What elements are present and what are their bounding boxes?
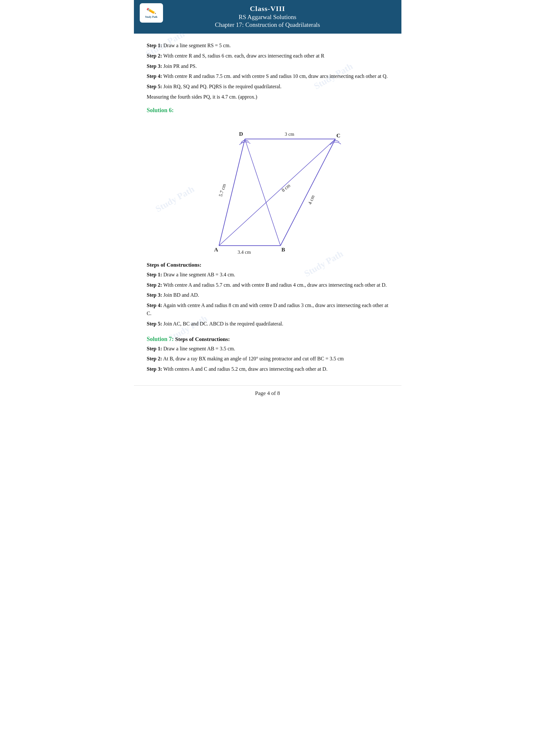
sol6-step2-label: Step 2:: [147, 282, 162, 288]
sol6-step1-text: Draw a line segment AB = 3.4 cm.: [163, 272, 235, 277]
solution6-heading: Solution 6:: [147, 107, 388, 114]
sol6-step4-label: Step 4:: [147, 303, 162, 308]
step-text-b3: Join PR and PS.: [163, 63, 197, 69]
sol7-step2-label: Step 2:: [147, 356, 162, 361]
solution6-diagram: A B C D 3.4 cm 3 cm 5.7 cm 8 cm 4 cm: [147, 120, 388, 258]
label-AD: 5.7 cm: [218, 183, 227, 197]
sol6-step3-label: Step 3:: [147, 292, 162, 298]
step-text-b1: Draw a line segment RS = 5 cm.: [163, 43, 231, 48]
step-text-b4: With centre R and radius 7.5 cm. and wit…: [163, 73, 388, 79]
sol6-steps-heading: Steps of Constructions:: [147, 262, 388, 268]
sol7-step3: Step 3: With centres A and C and radius …: [147, 365, 388, 373]
sol6-step1: Step 1: Draw a line segment AB = 3.4 cm.: [147, 271, 388, 279]
step-text-b5: Join RQ, SQ and PQ. PQRS is the required…: [163, 84, 281, 89]
page: ✏️ Study Path Class-VIII RS Aggarwal Sol…: [134, 0, 401, 400]
sol7-block: Solution 7: Steps of Constructions:: [147, 336, 388, 343]
svg-line-3: [280, 139, 335, 246]
svg-line-4: [219, 139, 335, 246]
header-class: Class-VIII: [137, 5, 398, 13]
sol6-step4: Step 4: Again with centre A and radius 8…: [147, 302, 388, 318]
label-AC: 8 cm: [280, 183, 291, 193]
label-A: A: [214, 247, 218, 253]
page-footer: Page 4 of 8: [134, 385, 401, 400]
sol7-step1: Step 1: Draw a line segment AB = 3.5 cm.: [147, 345, 388, 353]
step-label-b1: Step 1:: [147, 43, 162, 48]
sol6-step4-text: Again with centre A and radius 8 cm and …: [147, 303, 388, 316]
label-DC: 3 cm: [285, 132, 294, 137]
logo-inner: ✏️ Study Path: [145, 7, 157, 19]
sol6-step5-label: Step 5:: [147, 321, 162, 326]
page-info: Page 4 of 8: [255, 390, 280, 396]
sol7-step2: Step 2: At B, draw a ray BX making an an…: [147, 355, 388, 363]
label-AB: 3.4 cm: [238, 250, 251, 255]
sol6-step5-text: Join AC, BC and DC. ABCD is the required…: [163, 321, 283, 326]
step-text-b2: With centre R and S, radius 6 cm. each, …: [163, 53, 324, 59]
step-before-2: Step 2: With centre R and S, radius 6 cm…: [147, 52, 388, 60]
measuring-text: Measuring the fourth sides PQ, it is 4.7…: [147, 93, 388, 101]
sol7-step1-label: Step 1:: [147, 346, 162, 351]
page-header: ✏️ Study Path Class-VIII RS Aggarwal Sol…: [134, 0, 401, 34]
step-label-b5: Step 5:: [147, 84, 162, 89]
sol7-step3-text: With centres A and C and radius 5.2 cm, …: [163, 366, 328, 372]
label-BC: 4 cm: [307, 194, 315, 205]
logo: ✏️ Study Path: [140, 3, 163, 23]
sol6-step5: Step 5: Join AC, BC and DC. ABCD is the …: [147, 320, 388, 328]
label-B: B: [281, 247, 285, 253]
label-D: D: [239, 131, 243, 137]
step-label-b4: Step 4:: [147, 73, 162, 79]
sol7-heading: Solution 7:: [147, 336, 175, 342]
step-before-1: Step 1: Draw a line segment RS = 5 cm.: [147, 42, 388, 50]
step-label-b3: Step 3:: [147, 63, 162, 69]
sol6-step3: Step 3: Join BD and AD.: [147, 291, 388, 299]
header-chapter: Chapter 17: Construction of Quadrilatera…: [137, 21, 398, 28]
label-C: C: [336, 132, 340, 139]
sol7-step3-label: Step 3:: [147, 366, 162, 372]
step-label-b2: Step 2:: [147, 53, 162, 59]
sol6-step2: Step 2: With centre A and radius 5.7 cm.…: [147, 281, 388, 289]
header-series: RS Aggarwal Solutions: [137, 14, 398, 21]
sol6-step1-label: Step 1:: [147, 272, 162, 277]
sol6-step2-text: With centre A and radius 5.7 cm. and wit…: [163, 282, 387, 288]
step-before-5: Step 5: Join RQ, SQ and PQ. PQRS is the …: [147, 83, 388, 91]
step-before-3: Step 3: Join PR and PS.: [147, 62, 388, 70]
diagram-svg: A B C D 3.4 cm 3 cm 5.7 cm 8 cm 4 cm: [187, 120, 348, 258]
svg-line-5: [245, 139, 280, 246]
sol6-step3-text: Join BD and AD.: [163, 292, 199, 298]
step-before-4: Step 4: With centre R and radius 7.5 cm.…: [147, 72, 388, 80]
main-content: Step 1: Draw a line segment RS = 5 cm. S…: [134, 34, 401, 379]
sol7-steps-heading-inline: Steps of Constructions:: [175, 336, 230, 342]
sol7-step2-text: At B, draw a ray BX making an angle of 1…: [163, 356, 344, 361]
sol7-step1-text: Draw a line segment AB = 3.5 cm.: [163, 346, 235, 351]
